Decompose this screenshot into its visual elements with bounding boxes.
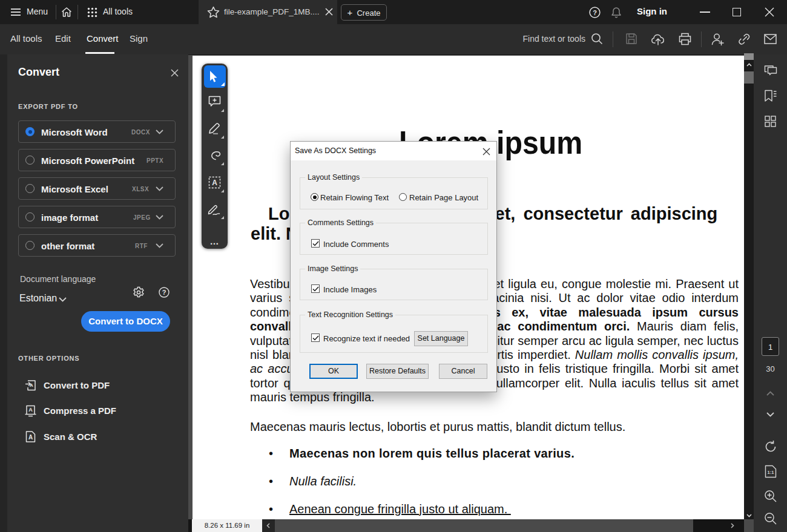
svg-text:A: A <box>28 407 33 413</box>
svg-text:A: A <box>28 434 33 441</box>
svg-text:1:1: 1:1 <box>768 470 774 475</box>
svg-text:A: A <box>30 383 33 388</box>
svg-text:?: ? <box>593 9 597 16</box>
svg-text:A: A <box>212 179 217 187</box>
svg-text:?: ? <box>162 289 166 296</box>
